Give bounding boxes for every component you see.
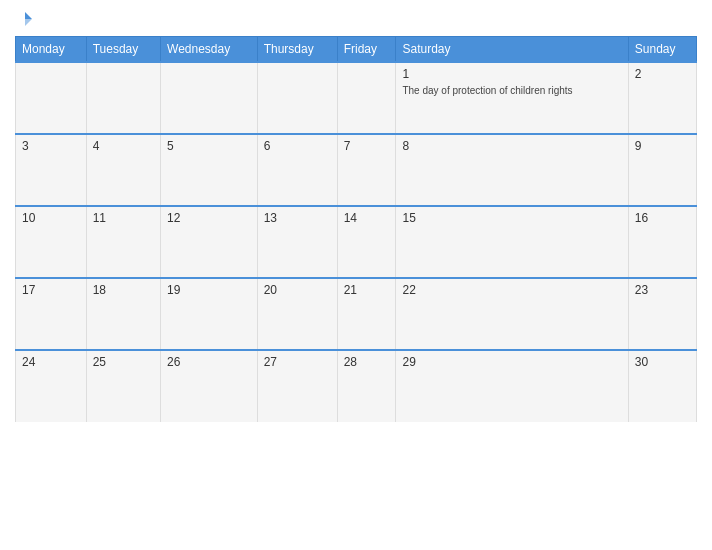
day-number: 5 [167, 139, 251, 153]
day-number: 6 [264, 139, 331, 153]
day-number: 25 [93, 355, 154, 369]
day-number: 10 [22, 211, 80, 225]
day-number: 26 [167, 355, 251, 369]
day-number: 23 [635, 283, 690, 297]
table-row: 6 [257, 134, 337, 206]
day-number: 7 [344, 139, 390, 153]
table-row: 7 [337, 134, 396, 206]
day-number: 15 [402, 211, 621, 225]
header-wednesday: Wednesday [161, 37, 258, 63]
table-row: 5 [161, 134, 258, 206]
day-number: 17 [22, 283, 80, 297]
day-number: 2 [635, 67, 690, 81]
day-number: 9 [635, 139, 690, 153]
calendar-week-row: 10111213141516 [16, 206, 697, 278]
table-row: 28 [337, 350, 396, 422]
table-row: 21 [337, 278, 396, 350]
day-number: 16 [635, 211, 690, 225]
calendar-body: 1The day of protection of children right… [16, 62, 697, 422]
calendar-week-row: 1The day of protection of children right… [16, 62, 697, 134]
table-row: 30 [628, 350, 696, 422]
day-number: 22 [402, 283, 621, 297]
header-friday: Friday [337, 37, 396, 63]
calendar-table: Monday Tuesday Wednesday Thursday Friday… [15, 36, 697, 422]
day-number: 21 [344, 283, 390, 297]
day-number: 28 [344, 355, 390, 369]
day-number: 11 [93, 211, 154, 225]
table-row: 22 [396, 278, 628, 350]
svg-marker-0 [25, 12, 32, 19]
header-tuesday: Tuesday [86, 37, 160, 63]
calendar-week-row: 3456789 [16, 134, 697, 206]
table-row: 16 [628, 206, 696, 278]
table-row: 8 [396, 134, 628, 206]
table-row [337, 62, 396, 134]
table-row: 18 [86, 278, 160, 350]
table-row [16, 62, 87, 134]
day-number: 29 [402, 355, 621, 369]
svg-marker-1 [25, 19, 32, 26]
day-number: 4 [93, 139, 154, 153]
table-row: 10 [16, 206, 87, 278]
table-row: 1The day of protection of children right… [396, 62, 628, 134]
table-row: 4 [86, 134, 160, 206]
table-row: 14 [337, 206, 396, 278]
day-number: 12 [167, 211, 251, 225]
table-row [257, 62, 337, 134]
table-row: 13 [257, 206, 337, 278]
header-thursday: Thursday [257, 37, 337, 63]
table-row: 11 [86, 206, 160, 278]
day-number: 18 [93, 283, 154, 297]
table-row [161, 62, 258, 134]
day-number: 8 [402, 139, 621, 153]
weekday-header-row: Monday Tuesday Wednesday Thursday Friday… [16, 37, 697, 63]
header-saturday: Saturday [396, 37, 628, 63]
day-number: 27 [264, 355, 331, 369]
table-row: 20 [257, 278, 337, 350]
day-number: 19 [167, 283, 251, 297]
header [15, 10, 697, 28]
day-number: 3 [22, 139, 80, 153]
table-row: 2 [628, 62, 696, 134]
table-row: 29 [396, 350, 628, 422]
day-number: 20 [264, 283, 331, 297]
calendar-week-row: 17181920212223 [16, 278, 697, 350]
table-row: 12 [161, 206, 258, 278]
calendar-page: Monday Tuesday Wednesday Thursday Friday… [0, 0, 712, 550]
table-row: 3 [16, 134, 87, 206]
table-row [86, 62, 160, 134]
day-number: 30 [635, 355, 690, 369]
calendar-week-row: 24252627282930 [16, 350, 697, 422]
day-number: 24 [22, 355, 80, 369]
table-row: 23 [628, 278, 696, 350]
table-row: 27 [257, 350, 337, 422]
table-row: 25 [86, 350, 160, 422]
logo-flag-icon [16, 10, 34, 28]
day-number: 1 [402, 67, 621, 81]
logo [15, 10, 35, 28]
table-row: 19 [161, 278, 258, 350]
day-number: 14 [344, 211, 390, 225]
table-row: 9 [628, 134, 696, 206]
table-row: 24 [16, 350, 87, 422]
day-number: 13 [264, 211, 331, 225]
header-monday: Monday [16, 37, 87, 63]
table-row: 15 [396, 206, 628, 278]
table-row: 26 [161, 350, 258, 422]
table-row: 17 [16, 278, 87, 350]
header-sunday: Sunday [628, 37, 696, 63]
holiday-label: The day of protection of children rights [402, 85, 572, 96]
